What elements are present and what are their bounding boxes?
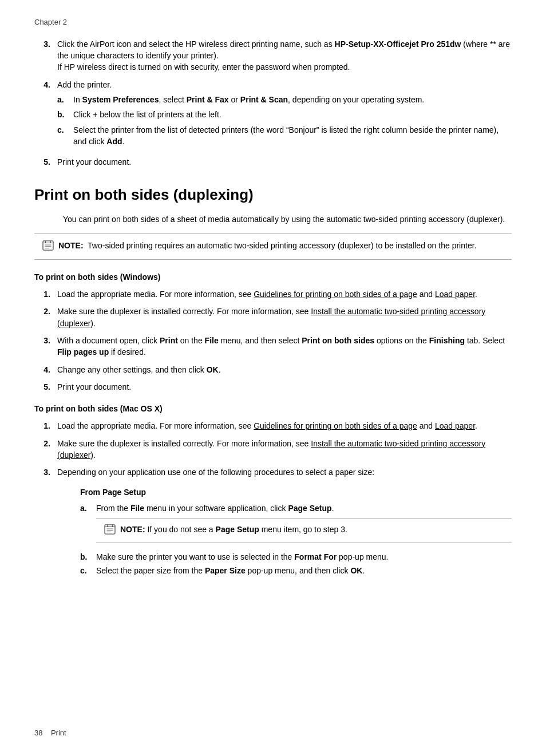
note-box-duplex: NOTE: Two-sided printing requires an aut…: [34, 233, 512, 260]
step-5-text: Print your document.: [57, 157, 131, 167]
page-setup-c-label: c.: [80, 565, 96, 576]
footer-page-number: 38: [34, 729, 42, 737]
load-paper-link-win[interactable]: Load paper: [435, 290, 475, 299]
win-step-1-content: Load the appropriate media. For more inf…: [57, 288, 512, 300]
page-setup-note-text: NOTE: If you do not see a Page Setup men…: [120, 524, 347, 535]
mac-steps-list: 1. Load the appropriate media. For more …: [34, 420, 512, 478]
load-paper-link-mac[interactable]: Load paper: [435, 421, 475, 430]
mac-step-1-content: Load the appropriate media. For more inf…: [57, 420, 512, 432]
page-setup-b-label: b.: [80, 551, 96, 563]
step-4b-label: b.: [57, 109, 73, 120]
step-4a-content: In System Preferences, select Print & Fa…: [73, 94, 512, 105]
mac-step-3-num: 3.: [34, 466, 57, 478]
step-3-subtext: If HP wireless direct is turned on with …: [57, 62, 350, 72]
mac-step-3: 3. Depending on your application use one…: [34, 466, 512, 478]
step-4c-content: Select the printer from the list of dete…: [73, 124, 512, 148]
win-step-2-content: Make sure the duplexer is installed corr…: [57, 306, 512, 329]
windows-steps-list: 1. Load the appropriate media. For more …: [34, 288, 512, 393]
mac-step-2: 2. Make sure the duplexer is installed c…: [34, 438, 512, 461]
win-step-5-num: 5.: [34, 381, 57, 393]
note-box-text: NOTE: Two-sided printing requires an aut…: [58, 240, 476, 251]
page-setup-a-label: a.: [80, 502, 96, 549]
win-step-1: 1. Load the appropriate media. For more …: [34, 288, 512, 300]
step-4a: a. In System Preferences, select Print &…: [57, 94, 512, 105]
win-step-1-num: 1.: [34, 288, 57, 300]
intro-steps-list: 3. Click the AirPort icon and select the…: [34, 38, 512, 168]
win-step-3: 3. With a document open, click Print on …: [34, 335, 512, 358]
mac-step-1-num: 1.: [34, 420, 57, 432]
win-step-5-content: Print your document.: [57, 381, 512, 393]
step-4a-label: a.: [57, 94, 73, 105]
step-4b: b. Click + below the list of printers at…: [57, 109, 512, 120]
svg-rect-0: [43, 240, 53, 250]
step-3-text: Click the AirPort icon and select the HP…: [57, 39, 510, 60]
step-3-num: 3.: [34, 38, 57, 73]
svg-rect-7: [105, 525, 115, 534]
win-step-4-content: Change any other settings, and then clic…: [57, 364, 512, 375]
guidelines-link-mac[interactable]: Guidelines for printing on both sides of…: [254, 421, 417, 430]
win-step-4-num: 4.: [34, 364, 57, 375]
step-4-sublist: a. In System Preferences, select Print &…: [57, 94, 512, 147]
install-duplexer-link-win[interactable]: Install the automatic two-sided printing…: [57, 307, 485, 327]
step-5-content: Print your document.: [57, 156, 512, 168]
guidelines-link-win[interactable]: Guidelines for printing on both sides of…: [254, 290, 417, 299]
mac-step-1: 1. Load the appropriate media. For more …: [34, 420, 512, 432]
windows-subsection-title: To print on both sides (Windows): [34, 271, 512, 283]
win-step-3-num: 3.: [34, 335, 57, 358]
step-4-num: 4.: [34, 79, 57, 151]
win-step-4: 4. Change any other settings, and then c…: [34, 364, 512, 375]
from-page-setup-title: From Page Setup: [80, 486, 512, 498]
section-title: Print on both sides (duplexing): [34, 184, 512, 206]
intro-step-4: 4. Add the printer. a. In System Prefere…: [34, 79, 512, 151]
win-step-2-num: 2.: [34, 306, 57, 329]
page-setup-a: a. From the File menu in your software a…: [80, 502, 512, 549]
section-intro: You can print on both sides of a sheet o…: [63, 213, 512, 225]
step-4-content: Add the printer. a. In System Preference…: [57, 79, 512, 151]
intro-step-3: 3. Click the AirPort icon and select the…: [34, 38, 512, 73]
step-5-num: 5.: [34, 156, 57, 168]
page-setup-b-content: Make sure the printer you want to use is…: [96, 551, 512, 563]
mac-step-2-content: Make sure the duplexer is installed corr…: [57, 438, 512, 461]
install-duplexer-link-mac[interactable]: Install the automatic two-sided printing…: [57, 439, 485, 460]
step-4c-label: c.: [57, 124, 73, 148]
intro-step-5: 5. Print your document.: [34, 156, 512, 168]
chapter-label: Chapter 2: [34, 17, 512, 28]
win-step-5: 5. Print your document.: [34, 381, 512, 393]
page-footer: 38 Print: [34, 728, 66, 739]
page-setup-note-box: NOTE: If you do not see a Page Setup men…: [96, 518, 512, 543]
footer-section: Print: [51, 729, 66, 737]
step-4-text: Add the printer.: [57, 80, 112, 89]
mac-step-2-num: 2.: [34, 438, 57, 461]
note-icon: [42, 240, 54, 254]
page-setup-c: c. Select the paper size from the Paper …: [80, 565, 512, 576]
from-page-setup-list: a. From the File menu in your software a…: [80, 502, 512, 576]
win-step-3-content: With a document open, click Print on the…: [57, 335, 512, 358]
page-setup-b: b. Make sure the printer you want to use…: [80, 551, 512, 563]
mac-subsection-title: To print on both sides (Mac OS X): [34, 403, 512, 414]
mac-step-3-content: Depending on your application use one of…: [57, 466, 512, 478]
step-3-content: Click the AirPort icon and select the HP…: [57, 38, 512, 73]
page-setup-note-icon: [104, 524, 116, 537]
step-4c: c. Select the printer from the list of d…: [57, 124, 512, 148]
step-4b-content: Click + below the list of printers at th…: [73, 109, 512, 120]
page-setup-c-content: Select the paper size from the Paper Siz…: [96, 565, 512, 576]
page-setup-a-content: From the File menu in your software appl…: [96, 502, 512, 549]
win-step-2: 2. Make sure the duplexer is installed c…: [34, 306, 512, 329]
